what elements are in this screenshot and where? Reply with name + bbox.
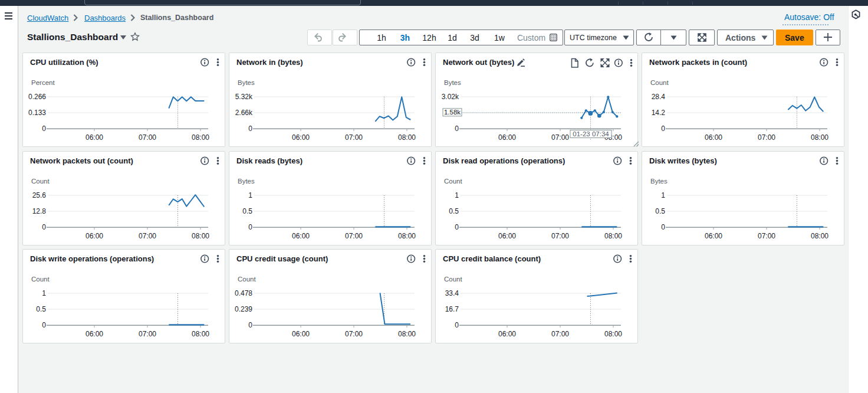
svg-text:0.239: 0.239 xyxy=(235,305,252,313)
svg-text:0.133: 0.133 xyxy=(28,109,46,117)
svg-text:1: 1 xyxy=(455,191,459,199)
svg-text:08:00: 08:00 xyxy=(398,232,416,240)
svg-text:07:00: 07:00 xyxy=(758,133,775,142)
svg-text:07:00: 07:00 xyxy=(139,133,156,142)
svg-text:14.2: 14.2 xyxy=(652,109,666,117)
svg-text:0.5: 0.5 xyxy=(36,305,46,313)
svg-text:07:00: 07:00 xyxy=(345,133,363,142)
svg-text:07:00: 07:00 xyxy=(345,330,363,338)
svg-text:Bytes: Bytes xyxy=(444,79,461,86)
svg-text:07:00: 07:00 xyxy=(758,232,775,240)
svg-text:Count: Count xyxy=(444,178,462,185)
svg-text:Count: Count xyxy=(650,79,669,86)
svg-text:1: 1 xyxy=(248,191,252,199)
svg-text:06:00: 06:00 xyxy=(498,133,516,142)
svg-text:0: 0 xyxy=(661,223,665,231)
svg-text:08:00: 08:00 xyxy=(604,330,622,338)
svg-text:12.8: 12.8 xyxy=(32,207,47,215)
svg-text:0: 0 xyxy=(42,125,46,133)
svg-text:06:00: 06:00 xyxy=(292,330,310,338)
svg-text:0.5: 0.5 xyxy=(655,207,665,215)
svg-text:0: 0 xyxy=(455,125,459,133)
svg-text:0.266: 0.266 xyxy=(28,93,46,101)
svg-text:2.66k: 2.66k xyxy=(235,109,253,117)
svg-text:07:00: 07:00 xyxy=(551,232,569,240)
svg-text:Count: Count xyxy=(31,178,50,185)
svg-text:25.6: 25.6 xyxy=(32,191,47,199)
svg-text:08:00: 08:00 xyxy=(398,330,416,338)
svg-text:1: 1 xyxy=(42,289,46,297)
svg-text:0.5: 0.5 xyxy=(449,207,459,215)
svg-text:Count: Count xyxy=(31,276,50,283)
svg-text:0: 0 xyxy=(248,125,252,133)
svg-text:07:00: 07:00 xyxy=(551,330,569,338)
svg-text:Bytes: Bytes xyxy=(238,79,255,86)
svg-text:08:00: 08:00 xyxy=(192,330,209,338)
svg-text:08:00: 08:00 xyxy=(604,232,622,240)
svg-text:0: 0 xyxy=(661,125,665,133)
svg-text:08:00: 08:00 xyxy=(811,232,828,240)
svg-text:33.4: 33.4 xyxy=(445,289,459,297)
svg-text:0: 0 xyxy=(455,223,459,231)
svg-text:Bytes: Bytes xyxy=(650,178,668,185)
svg-text:0: 0 xyxy=(248,321,252,329)
svg-text:06:00: 06:00 xyxy=(86,133,103,142)
svg-text:06:00: 06:00 xyxy=(705,232,722,240)
svg-text:07:00: 07:00 xyxy=(345,232,363,240)
svg-text:0.5: 0.5 xyxy=(242,207,252,215)
svg-text:16.7: 16.7 xyxy=(445,305,459,313)
svg-text:28.4: 28.4 xyxy=(652,93,666,101)
svg-text:07:00: 07:00 xyxy=(139,232,156,240)
svg-text:06:00: 06:00 xyxy=(705,133,722,142)
svg-text:Count: Count xyxy=(238,276,256,283)
svg-text:1: 1 xyxy=(661,191,665,199)
svg-text:06:00: 06:00 xyxy=(292,133,310,142)
svg-text:08:00: 08:00 xyxy=(811,133,828,142)
svg-text:5.32k: 5.32k xyxy=(235,93,253,101)
svg-text:08:00: 08:00 xyxy=(192,232,209,240)
svg-text:06:00: 06:00 xyxy=(86,330,103,338)
svg-text:Percent: Percent xyxy=(31,79,55,86)
svg-text:07:00: 07:00 xyxy=(139,330,156,338)
svg-text:01-23 07:34: 01-23 07:34 xyxy=(573,130,609,137)
svg-text:Count: Count xyxy=(444,276,462,283)
svg-text:1.58k: 1.58k xyxy=(444,109,461,116)
svg-text:07:00: 07:00 xyxy=(551,133,569,142)
svg-text:0.478: 0.478 xyxy=(235,289,252,297)
svg-text:08:00: 08:00 xyxy=(398,133,416,142)
svg-text:06:00: 06:00 xyxy=(292,232,310,240)
svg-text:0: 0 xyxy=(42,321,46,329)
svg-text:0: 0 xyxy=(248,223,252,231)
svg-text:3.02k: 3.02k xyxy=(442,93,459,101)
svg-text:06:00: 06:00 xyxy=(498,330,516,338)
svg-text:06:00: 06:00 xyxy=(498,232,516,240)
svg-text:0: 0 xyxy=(455,321,459,329)
svg-text:Bytes: Bytes xyxy=(238,178,255,185)
svg-text:06:00: 06:00 xyxy=(86,232,103,240)
svg-text:0: 0 xyxy=(42,223,46,231)
svg-text:08:00: 08:00 xyxy=(192,133,209,142)
